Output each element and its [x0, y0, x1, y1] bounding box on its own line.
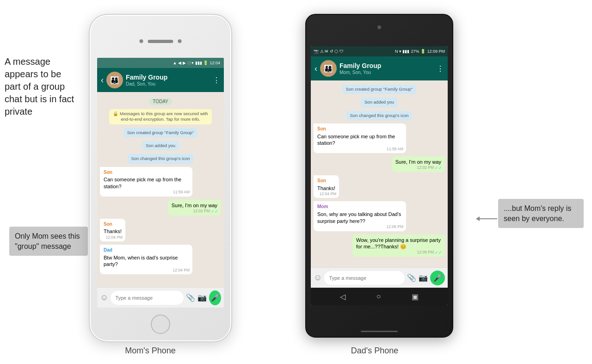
- back-button-mom[interactable]: ‹: [101, 75, 104, 85]
- msg-son-thanks-dad: Son Thanks! 12:04 PM: [314, 175, 445, 198]
- status-network-dad: N ▾ ▮▮▮: [395, 49, 410, 54]
- header-info-mom: Family Group Dad, Son, You: [126, 74, 210, 86]
- sys-e2e-mom: 🔒 Messages to this group are now secured…: [109, 109, 212, 124]
- iphone-camera: [140, 39, 143, 43]
- camera-button-mom[interactable]: 📷: [197, 293, 207, 302]
- msg-dad-btw-mom: Dad Btw Mom, when is dad's surprise part…: [100, 245, 221, 274]
- iphone-top-area: [140, 39, 182, 43]
- moms-phone: ▲ ◀ ▶ □ ▾ ▮▮▮ 🔋 12:04 ‹ 👨‍👩‍👦 Family Gro…: [89, 14, 232, 342]
- dads-phone-label: Dad's Phone: [305, 346, 444, 356]
- group-sub-mom: Dad, Son, You: [126, 81, 210, 86]
- group-name-mom: Family Group: [126, 74, 210, 81]
- sys-added-dad: Son added you: [323, 97, 436, 107]
- status-battery-dad: 27%: [411, 49, 419, 54]
- sys-created-dad: Son created group "Family Group": [323, 84, 436, 94]
- mom-screen: ▲ ◀ ▶ □ ▾ ▮▮▮ 🔋 12:04 ‹ 👨‍👩‍👦 Family Gro…: [97, 58, 224, 308]
- sys-icon-dad: Son changed this group's icon: [323, 111, 436, 120]
- msg-outgoing-wow-dad: Wow, you're planning a surprise party fo…: [314, 234, 445, 257]
- nav-home-icon[interactable]: ○: [376, 292, 381, 301]
- chat-body-mom: TODAY 🔒 Messages to this group are now s…: [97, 92, 224, 287]
- attach-button-mom[interactable]: 📎: [186, 293, 195, 302]
- status-time-mom: 12:04: [210, 61, 220, 65]
- input-bar-dad[interactable]: ☺ 📎 📷 🎤: [311, 267, 448, 288]
- nav-recents-icon[interactable]: ▣: [412, 292, 419, 301]
- emoji-button-mom[interactable]: ☺: [100, 293, 108, 302]
- header-icons-dad[interactable]: ⋮: [437, 64, 444, 73]
- iphone-camera-2: [178, 39, 182, 43]
- status-icons-dad-left: 📷 ⚠ ✉ ↺ ⬡ 🛡: [314, 49, 344, 54]
- nav-back-icon[interactable]: ◁: [340, 292, 345, 301]
- group-sub-dad: Mom, Son, You: [339, 70, 434, 75]
- status-time-dad: 12:09 PM: [427, 49, 445, 54]
- group-name-dad: Family Group: [339, 62, 434, 70]
- only-mom-annotation: Only Mom sees this "group" message: [9, 227, 88, 256]
- back-button-dad[interactable]: ‹: [314, 64, 317, 74]
- sys-created-mom: Son created group "Family Group": [109, 128, 212, 137]
- msg-outgoing-way-dad: Sure, I'm on my way 12:02 PM✓✓: [314, 156, 445, 172]
- message-input-mom[interactable]: [111, 291, 184, 305]
- sys-added-mom: Son added you: [109, 141, 212, 150]
- left-annotation: A message appears to be part of a group …: [5, 56, 90, 118]
- msg-outgoing-way-mom: Sure, I'm on my way 12:02 PM✓✓: [100, 200, 221, 216]
- dads-phone: 📷 ⚠ ✉ ↺ ⬡ 🛡 N ▾ ▮▮▮ 27% 🔋 12:09 PM ‹ 👨‍👩…: [305, 14, 453, 338]
- dad-screen: 📷 ⚠ ✉ ↺ ⬡ 🛡 N ▾ ▮▮▮ 27% 🔋 12:09 PM ‹ 👨‍👩…: [311, 46, 448, 305]
- group-avatar-mom: 👨‍👩‍👦: [106, 72, 123, 88]
- input-bar-mom[interactable]: ☺ 📎 📷 🎤: [97, 287, 224, 308]
- msg-son-thanks-mom: Son Thanks! 12:04 PM: [100, 219, 221, 241]
- status-bar-dad: 📷 ⚠ ✉ ↺ ⬡ 🛡 N ▾ ▮▮▮ 27% 🔋 12:09 PM: [311, 46, 448, 56]
- iphone-speaker: [148, 40, 173, 43]
- group-avatar-dad: 👨‍👩‍👦: [320, 60, 337, 77]
- status-battery-icon-dad: 🔋: [420, 49, 426, 54]
- msg-son-station-mom: Son Can someone pick me up from the stat…: [100, 167, 221, 197]
- but-moms-reply-annotation: ....but Mom's reply is seen by everyone.: [498, 199, 584, 228]
- camera-button-dad[interactable]: 📷: [419, 273, 428, 282]
- mic-button-dad[interactable]: 🎤: [430, 271, 445, 285]
- android-bottom-line: [361, 331, 398, 332]
- message-input-dad[interactable]: [324, 271, 405, 285]
- sys-icon-mom: Son changed this group's icon: [109, 154, 212, 163]
- attach-button-dad[interactable]: 📎: [407, 273, 416, 282]
- msg-son-station-dad: Son Can someone pick me up from the stat…: [314, 123, 445, 153]
- date-sep-mom: TODAY: [100, 97, 221, 105]
- emoji-button-dad[interactable]: ☺: [314, 273, 322, 283]
- msg-mom-surprise-dad: Mom Son, why are you talking about Dad's…: [314, 201, 445, 231]
- header-info-dad: Family Group Mom, Son, You: [339, 62, 434, 75]
- iphone-home-button[interactable]: [151, 315, 170, 334]
- android-nav-bar[interactable]: ◁ ○ ▣: [311, 288, 448, 305]
- wa-header-mom[interactable]: ‹ 👨‍👩‍👦 Family Group Dad, Son, You ⋮: [97, 68, 224, 92]
- mic-button-mom[interactable]: 🎤: [209, 290, 221, 305]
- status-bar-mom: ▲ ◀ ▶ □ ▾ ▮▮▮ 🔋 12:04: [97, 58, 224, 68]
- arrow-right-connector: [479, 218, 497, 219]
- chat-body-dad: Son created group "Family Group" Son add…: [311, 80, 448, 267]
- status-icons-mom: ▲ ◀ ▶ □ ▾ ▮▮▮ 🔋: [173, 61, 209, 65]
- wa-header-dad[interactable]: ‹ 👨‍👩‍👦 Family Group Mom, Son, You ⋮: [311, 56, 448, 80]
- android-camera: [377, 25, 381, 29]
- main-container: A message appears to be part of a group …: [0, 0, 592, 364]
- header-icons-mom[interactable]: ⋮: [213, 76, 220, 85]
- moms-phone-label: Mom's Phone: [81, 346, 220, 356]
